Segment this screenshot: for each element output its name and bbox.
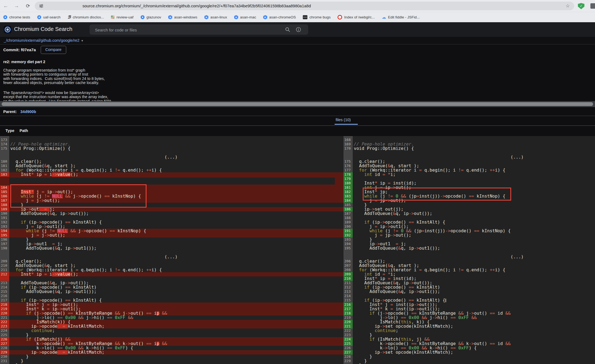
line-number: 228 — [343, 355, 353, 359]
bookmark-item[interactable]: uaf-search — [37, 15, 61, 19]
bookmark-item[interactable]: ℬchromium disclos... — [68, 15, 104, 19]
site-settings-icon[interactable] — [39, 4, 43, 9]
line-number: 193 — [0, 224, 9, 229]
bookmark-label: review-uaf — [116, 15, 133, 19]
back-icon[interactable]: ← — [2, 0, 10, 12]
tab-files[interactable]: files (10) — [336, 118, 351, 122]
line-number: 180 — [343, 181, 353, 185]
code-text: } — [9, 333, 343, 337]
code-text: q.clear(); — [353, 159, 595, 164]
diff-line-old: 226 if (IsMatch(j) && — [0, 337, 343, 342]
bookmark-item[interactable]: chrome bugs — [303, 15, 330, 19]
bookmark-item[interactable]: glazunov — [141, 15, 161, 19]
bookmark-item[interactable]: asan-chromeOS — [263, 15, 296, 20]
line-number: 209 — [343, 272, 353, 276]
bookmark-item[interactable]: Index of /webgl/c... — [338, 15, 375, 20]
line-number: 175 — [0, 146, 9, 151]
line-number: 181 — [0, 164, 9, 168]
line-number: 218 — [0, 302, 9, 307]
url-bar[interactable]: source.chromium.org/chromium/_/chromium/… — [35, 2, 574, 10]
scrollbar-thumb[interactable] — [2, 102, 593, 106]
info-icon[interactable] — [296, 27, 301, 33]
profile-avatar[interactable] — [590, 3, 595, 9]
bookmark-label: chrome tests — [9, 15, 30, 19]
breadcrumb[interactable]: _/chromium/external/github.com/google/re… — [4, 38, 83, 43]
code-text: continue; — [353, 328, 595, 333]
parent-commit-link[interactable]: 34d900b — [20, 109, 36, 114]
line-number: 227 — [0, 342, 9, 346]
line-number: 225 — [343, 342, 353, 346]
hex-icon — [263, 15, 267, 20]
code-text: AddToQueue(&q, start_); — [353, 164, 595, 168]
code-text: } — [9, 237, 343, 242]
code-text: AddToQueue(&q, ip->out1()); — [353, 289, 595, 294]
divider — [0, 116, 595, 116]
code-text: Inst* k = inst(ip->out1()); — [353, 307, 595, 311]
bookmark-item[interactable]: asan-windows — [168, 15, 198, 20]
line-number: 173 — [0, 138, 9, 142]
line-number: 208 — [343, 268, 353, 272]
diff-line-new: 213 AddToQueue(&q, ip->out1()); — [343, 289, 595, 294]
extension-shield-icon[interactable]: ✓ — [578, 3, 584, 9]
forward-icon[interactable]: → — [12, 0, 21, 12]
code-text — [9, 294, 343, 298]
bookmark-star-icon[interactable]: ☆ — [566, 2, 570, 10]
bookmark-item[interactable]: asan-mac — [234, 15, 256, 20]
code-text: Inst* ip = i->value(); — [9, 172, 343, 177]
line-number: 193 — [343, 237, 353, 242]
code-text: (...) — [9, 155, 343, 159]
line-number: 224 — [343, 337, 353, 342]
diff-line-old: 228 k->lo() == 0x00 && k->hi() == 0xFF) … — [0, 346, 343, 350]
line-number: 177 — [343, 168, 353, 172]
bookmark-item[interactable]: ☁Edit fiddle - JSFid... — [382, 15, 420, 20]
search-box[interactable] — [90, 24, 308, 35]
code-text: while (j != NULL && j->opcode() == kInst… — [9, 229, 343, 233]
chromium-logo-icon[interactable] — [4, 26, 11, 33]
code-text: ip->opcode_ = kInstAltMatch; — [9, 350, 343, 355]
diff-line-new: 193 } — [343, 237, 595, 242]
search-icon[interactable] — [285, 27, 290, 33]
line-number: 195 — [0, 233, 9, 237]
diff-line-new: 221 ip->set_opcode(kInstAltMatch); — [343, 324, 595, 328]
diff-line-old: 180 q.clear(); — [0, 159, 343, 164]
chevron-down-icon[interactable]: ▾ — [81, 39, 83, 43]
column-header-path[interactable]: Path — [20, 128, 28, 133]
line-number: 213 — [343, 289, 353, 294]
line-number: 190 — [0, 211, 9, 216]
reload-icon[interactable]: ⟳ — [24, 0, 32, 12]
diff-line-new: 194 ip->out1_ = j; — [343, 242, 595, 246]
line-number: 185 — [0, 190, 9, 194]
code-text: } — [9, 355, 343, 359]
horizontal-scrollbar[interactable] — [0, 101, 595, 107]
code-text: j = ip->out1(); — [353, 224, 595, 229]
diff-line-new: 223 } — [343, 333, 595, 337]
line-number: 206 — [343, 259, 353, 263]
code-text: int id = *i; — [353, 272, 595, 276]
url-text[interactable]: source.chromium.org/chromium/_/chromium/… — [82, 2, 311, 10]
code-text: } — [353, 203, 595, 207]
search-input[interactable] — [94, 24, 280, 35]
hex-icon — [168, 15, 172, 20]
line-number: 215 — [0, 289, 9, 294]
diff-line-new: 185 } — [343, 203, 595, 207]
diff-line-new: 207 AddToQueue(&q, start_); — [343, 263, 595, 268]
diff-line-old: 229 ip->opcode_ = kInstAltMatch; — [0, 350, 343, 355]
code-text: q.clear(); — [9, 259, 343, 263]
diff-line-old: 191 — [0, 216, 343, 220]
compare-button[interactable]: Compare — [41, 46, 66, 54]
line-number: 178 — [343, 172, 353, 177]
code-text: if (j->opcode() == kInstByteRange && j->… — [353, 311, 595, 315]
code-text — [9, 138, 343, 142]
line-number: 220 — [0, 311, 9, 315]
code-text: j = ip->out1(); — [9, 224, 343, 229]
bookmark-item[interactable]: review-uaf — [111, 15, 133, 19]
diff-line-old: 215 AddToQueue(&q, ip->out1()); — [0, 289, 343, 294]
column-header-type[interactable]: Type — [5, 128, 14, 133]
code-text: if (ip->opcode() == kInstAlt) { — [353, 298, 595, 302]
bookmark-item[interactable]: asan-linux — [204, 15, 227, 20]
code-text: k->lo() == 0x00 && k->hi() == 0xFF) { — [353, 346, 595, 350]
diff-line-old: 220 if (j->opcode() == kInstByteRange &&… — [0, 311, 343, 315]
bookmark-item[interactable]: chrome tests — [3, 15, 30, 19]
line-number: 168 — [343, 138, 353, 142]
parent-row: Parent: 34d900b — [0, 108, 595, 116]
